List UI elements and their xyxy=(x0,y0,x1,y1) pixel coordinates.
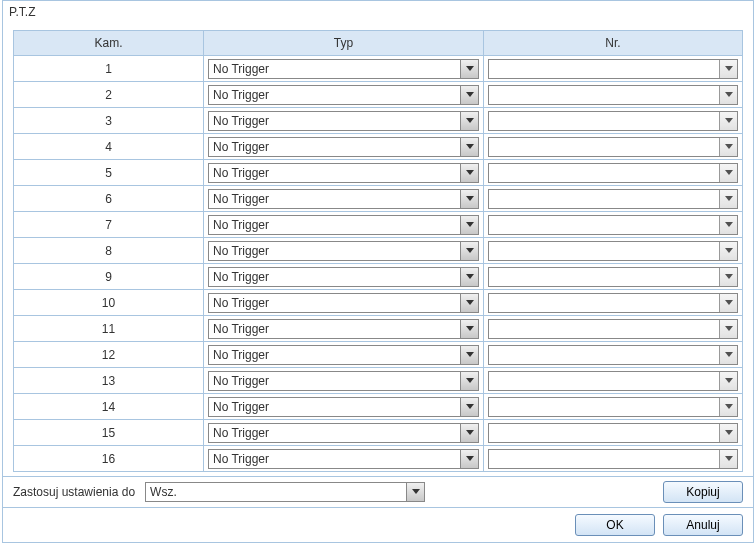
ptz-panel: P.T.Z Kam. Typ Nr. 1No Trigger2No Trigge… xyxy=(2,0,754,543)
nr-dropdown[interactable] xyxy=(488,215,738,235)
chevron-down-icon xyxy=(460,60,478,78)
nr-value xyxy=(489,372,719,390)
col-kam-header: Kam. xyxy=(14,31,204,56)
typ-dropdown[interactable]: No Trigger xyxy=(208,241,479,261)
nr-dropdown[interactable] xyxy=(488,137,738,157)
kam-cell: 8 xyxy=(14,238,204,264)
cancel-button[interactable]: Anuluj xyxy=(663,514,743,536)
svg-marker-19 xyxy=(725,300,733,305)
typ-value: No Trigger xyxy=(209,164,460,182)
apply-settings-value: Wsz. xyxy=(146,483,406,501)
chevron-down-icon xyxy=(719,138,737,156)
typ-dropdown[interactable]: No Trigger xyxy=(208,423,479,443)
table-row: 14No Trigger xyxy=(14,394,743,420)
apply-settings-dropdown[interactable]: Wsz. xyxy=(145,482,425,502)
chevron-down-icon xyxy=(719,112,737,130)
chevron-down-icon xyxy=(460,372,478,390)
svg-marker-23 xyxy=(725,352,733,357)
nr-dropdown[interactable] xyxy=(488,59,738,79)
nr-dropdown[interactable] xyxy=(488,345,738,365)
table-row: 11No Trigger xyxy=(14,316,743,342)
typ-value: No Trigger xyxy=(209,372,460,390)
typ-dropdown[interactable]: No Trigger xyxy=(208,319,479,339)
nr-dropdown[interactable] xyxy=(488,241,738,261)
chevron-down-icon xyxy=(719,450,737,468)
nr-dropdown[interactable] xyxy=(488,85,738,105)
typ-value: No Trigger xyxy=(209,450,460,468)
nr-value xyxy=(489,268,719,286)
svg-marker-14 xyxy=(466,248,474,253)
typ-dropdown[interactable]: No Trigger xyxy=(208,449,479,469)
kam-cell: 6 xyxy=(14,186,204,212)
chevron-down-icon xyxy=(460,216,478,234)
typ-dropdown[interactable]: No Trigger xyxy=(208,371,479,391)
nr-dropdown[interactable] xyxy=(488,397,738,417)
typ-dropdown[interactable]: No Trigger xyxy=(208,345,479,365)
typ-dropdown[interactable]: No Trigger xyxy=(208,293,479,313)
chevron-down-icon xyxy=(719,294,737,312)
apply-settings-label: Zastosuj ustawienia do xyxy=(13,485,135,499)
nr-value xyxy=(489,242,719,260)
svg-marker-27 xyxy=(725,404,733,409)
kam-cell: 14 xyxy=(14,394,204,420)
chevron-down-icon xyxy=(460,242,478,260)
svg-marker-2 xyxy=(466,92,474,97)
table-row: 10No Trigger xyxy=(14,290,743,316)
svg-marker-21 xyxy=(725,326,733,331)
svg-marker-30 xyxy=(466,456,474,461)
table-row: 3No Trigger xyxy=(14,108,743,134)
typ-dropdown[interactable]: No Trigger xyxy=(208,85,479,105)
nr-value xyxy=(489,398,719,416)
kam-cell: 5 xyxy=(14,160,204,186)
nr-dropdown[interactable] xyxy=(488,371,738,391)
typ-dropdown[interactable]: No Trigger xyxy=(208,59,479,79)
nr-value xyxy=(489,294,719,312)
nr-value xyxy=(489,190,719,208)
typ-dropdown[interactable]: No Trigger xyxy=(208,137,479,157)
dialog-buttons: OK Anuluj xyxy=(3,507,753,542)
svg-marker-31 xyxy=(725,456,733,461)
chevron-down-icon xyxy=(460,424,478,442)
nr-value xyxy=(489,320,719,338)
typ-dropdown[interactable]: No Trigger xyxy=(208,397,479,417)
nr-dropdown[interactable] xyxy=(488,111,738,131)
nr-dropdown[interactable] xyxy=(488,449,738,469)
copy-button[interactable]: Kopiuj xyxy=(663,481,743,503)
kam-cell: 3 xyxy=(14,108,204,134)
svg-marker-12 xyxy=(466,222,474,227)
table-row: 1No Trigger xyxy=(14,56,743,82)
svg-marker-10 xyxy=(466,196,474,201)
ok-button[interactable]: OK xyxy=(575,514,655,536)
table-row: 9No Trigger xyxy=(14,264,743,290)
nr-dropdown[interactable] xyxy=(488,189,738,209)
chevron-down-icon xyxy=(719,398,737,416)
svg-marker-17 xyxy=(725,274,733,279)
chevron-down-icon xyxy=(460,450,478,468)
typ-dropdown[interactable]: No Trigger xyxy=(208,111,479,131)
col-nr-header: Nr. xyxy=(484,31,743,56)
typ-value: No Trigger xyxy=(209,398,460,416)
chevron-down-icon xyxy=(719,268,737,286)
table-row: 16No Trigger xyxy=(14,446,743,472)
svg-marker-18 xyxy=(466,300,474,305)
chevron-down-icon xyxy=(719,60,737,78)
nr-dropdown[interactable] xyxy=(488,293,738,313)
typ-dropdown[interactable]: No Trigger xyxy=(208,267,479,287)
typ-dropdown[interactable]: No Trigger xyxy=(208,215,479,235)
chevron-down-icon xyxy=(460,86,478,104)
nr-dropdown[interactable] xyxy=(488,267,738,287)
chevron-down-icon xyxy=(460,320,478,338)
kam-cell: 16 xyxy=(14,446,204,472)
nr-dropdown[interactable] xyxy=(488,319,738,339)
chevron-down-icon xyxy=(719,190,737,208)
typ-value: No Trigger xyxy=(209,268,460,286)
typ-dropdown[interactable]: No Trigger xyxy=(208,189,479,209)
nr-dropdown[interactable] xyxy=(488,423,738,443)
chevron-down-icon xyxy=(719,372,737,390)
chevron-down-icon xyxy=(460,112,478,130)
nr-dropdown[interactable] xyxy=(488,163,738,183)
typ-dropdown[interactable]: No Trigger xyxy=(208,163,479,183)
svg-marker-11 xyxy=(725,196,733,201)
svg-marker-32 xyxy=(412,489,420,494)
table-row: 13No Trigger xyxy=(14,368,743,394)
